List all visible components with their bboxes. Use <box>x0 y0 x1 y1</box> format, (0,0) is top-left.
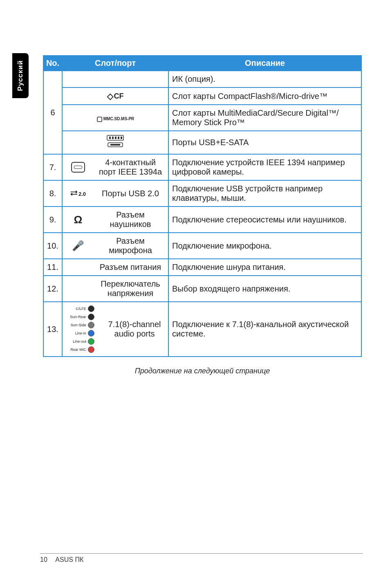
language-tab: Русский <box>12 53 29 98</box>
cell-slot: 🎤 Разъем микрофона <box>62 233 168 259</box>
slot-label: 4-контактный порт IEEE 1394a <box>96 158 165 177</box>
slot-label: 7.1(8)-channel audio ports <box>104 320 165 339</box>
content-area: No. Слот/порт Описание 6 ИК (опция). CF … <box>43 55 362 375</box>
cell-no: 11. <box>43 259 62 276</box>
table-row: CF Слот карты CompactFlash®/Micro-drive™ <box>43 88 361 105</box>
slot-label: Порты USB 2.0 <box>96 189 165 198</box>
audio-jack-icon <box>88 322 94 328</box>
usb-esata-icon <box>103 135 128 148</box>
audio-jack-icon <box>88 346 94 353</box>
jack-label: Line-in <box>75 332 86 335</box>
jack-label: Line-out <box>73 340 86 343</box>
svg-rect-4 <box>118 137 119 139</box>
table-row: 11. Разъем питания Подключение шнура пит… <box>43 259 361 276</box>
jack-label: Surr-Rear <box>70 315 86 319</box>
cell-slot-6-0 <box>62 71 168 88</box>
cell-no: 9. <box>43 206 62 233</box>
slot-label: Разъем микрофона <box>96 236 165 255</box>
cell-desc-6-0: ИК (опция). <box>168 71 361 88</box>
slot-label: Разъем питания <box>96 263 165 272</box>
cell-no: 13. <box>43 302 62 357</box>
audio-jacks-icon: C/LFE Surr-Rear Surr-Side Line-in Line-o… <box>70 305 94 353</box>
cell-no: 7. <box>43 154 62 180</box>
continued-note: Продолжение на следующей странице <box>43 367 362 375</box>
cell-desc: Подключение к 7.1(8)-канальной акустичес… <box>168 302 361 357</box>
page: Русский No. Слот/порт Описание 6 ИК (опц… <box>0 0 390 588</box>
svg-rect-1 <box>109 137 111 139</box>
table-row: 6 ИК (опция). <box>43 71 361 88</box>
svg-rect-5 <box>121 137 122 139</box>
microphone-icon: 🎤 <box>72 240 84 251</box>
cell-desc: Подключение устройств IEEE 1394 например… <box>168 154 361 180</box>
slot-label: Разъем наушников <box>96 210 165 229</box>
cf-icon: CF <box>107 92 124 100</box>
cell-slot: Разъем питания <box>62 259 168 276</box>
cell-no-6: 6 <box>43 71 62 154</box>
table-row: MMC.SD.MS-PR Слот карты MultiMediaCard/S… <box>43 105 361 131</box>
ports-table: No. Слот/порт Описание 6 ИК (опция). CF … <box>43 55 362 357</box>
svg-rect-2 <box>112 137 114 139</box>
slot-label: Переключатель напряжения <box>96 279 165 298</box>
mmc-icon: MMC.SD.MS-PR <box>96 117 134 121</box>
header-desc: Описание <box>168 56 361 71</box>
svg-rect-7 <box>110 144 120 146</box>
page-footer: 10 ASUS ПК <box>40 553 363 563</box>
audio-jack-icon <box>88 305 94 312</box>
cell-slot-6-2: MMC.SD.MS-PR <box>62 105 168 131</box>
cell-desc-6-3: Порты USB+E-SATA <box>168 131 361 154</box>
ieee1394-icon <box>71 162 85 173</box>
jack-label: C/LFE <box>76 307 86 311</box>
audio-jack-icon <box>88 330 94 337</box>
usb-icon: 2.0 <box>70 189 86 198</box>
table-row: 8. 2.0 Порты USB 2.0 Подключение USB уст… <box>43 180 361 206</box>
headphone-icon: Ω <box>74 213 83 226</box>
cell-slot: 4-контактный порт IEEE 1394a <box>62 154 168 180</box>
cell-slot: C/LFE Surr-Rear Surr-Side Line-in Line-o… <box>62 302 168 357</box>
cell-desc: Подключение стереосистемы или наушников. <box>168 206 361 233</box>
table-row: 13. C/LFE Surr-Rear Surr-Side Line-in Li… <box>43 302 361 357</box>
jack-label: Surr-Side <box>71 323 86 327</box>
table-row: 9. Ω Разъем наушников Подключение стерео… <box>43 206 361 233</box>
table-header-row: No. Слот/порт Описание <box>43 56 361 71</box>
cell-desc: Выбор входящего напряжения. <box>168 276 361 302</box>
cell-no: 10. <box>43 233 62 259</box>
cell-desc-6-1: Слот карты CompactFlash®/Micro-drive™ <box>168 88 361 105</box>
cell-desc-6-2: Слот карты MultiMediaCard/Secure Digital… <box>168 105 361 131</box>
cell-slot: Ω Разъем наушников <box>62 206 168 233</box>
footer-title: ASUS ПК <box>55 556 83 563</box>
cell-slot: Переключатель напряжения <box>62 276 168 302</box>
cell-desc: Подключение шнура питания. <box>168 259 361 276</box>
audio-jack-icon <box>88 314 94 320</box>
cell-slot-6-1: CF <box>62 88 168 105</box>
table-row: Порты USB+E-SATA <box>43 131 361 154</box>
cell-slot: 2.0 Порты USB 2.0 <box>62 180 168 206</box>
header-no: No. <box>43 56 62 71</box>
table-row: 12. Переключатель напряжения Выбор входя… <box>43 276 361 302</box>
cell-slot-6-3 <box>62 131 168 154</box>
jack-label: Rear MIC <box>70 348 86 352</box>
cell-desc: Подключение микрофона. <box>168 233 361 259</box>
cell-desc: Подключение USB устройств например клави… <box>168 180 361 206</box>
page-number: 10 <box>40 556 47 563</box>
cell-no: 8. <box>43 180 62 206</box>
svg-rect-3 <box>115 137 117 139</box>
table-row: 10. 🎤 Разъем микрофона Подключение микро… <box>43 233 361 259</box>
language-tab-label: Русский <box>16 60 25 91</box>
cell-no: 12. <box>43 276 62 302</box>
audio-jack-icon <box>88 338 94 345</box>
header-slot: Слот/порт <box>62 56 168 71</box>
table-row: 7. 4-контактный порт IEEE 1394a Подключе… <box>43 154 361 180</box>
